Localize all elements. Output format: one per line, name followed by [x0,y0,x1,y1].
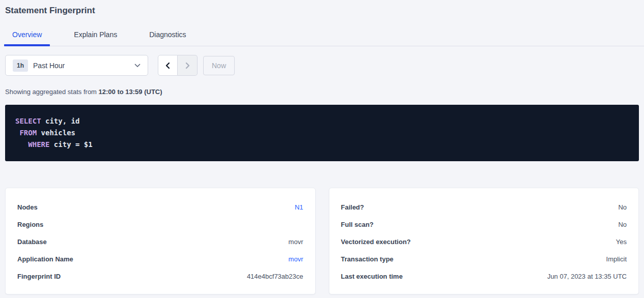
summary-label: Transaction type [341,255,394,263]
statement-fingerprint-page: Statement Fingerprint OverviewExplain Pl… [0,0,644,294]
summary-label: Vectorized execution? [341,238,411,246]
aggregated-stats-caption: Showing aggregated stats from 12:00 to 1… [5,88,639,96]
summary-value: No [618,203,627,211]
summary-label: Last execution time [341,273,403,280]
sql-line: FROM vehicles [15,127,629,139]
sql-statement-box: SELECT city, id FROM vehicles WHERE city… [5,105,639,161]
sql-text: city = $1 [49,140,92,148]
summary-row: Failed?No [341,198,627,216]
summary-value: 414e4bcf73ab23ce [247,273,303,280]
statement-details-card: NodesN1RegionsDatabasemovrApplication Na… [5,188,316,294]
summary-value: Jun 07, 2023 at 13:35 UTC [547,273,627,280]
summary-value-link[interactable]: N1 [295,203,303,211]
summary-label: Application Name [17,255,73,263]
sql-text: vehicles [37,129,75,137]
time-prev-button[interactable] [158,55,178,76]
sql-line: WHERE city = $1 [15,139,629,151]
execution-attributes-card: Failed?NoFull scan?NoVectorized executio… [329,188,639,294]
sql-line: SELECT city, id [15,115,629,127]
summary-row: Databasemovr [17,233,303,250]
sql-keyword: SELECT [15,117,41,125]
time-range-badge: 1h [13,59,28,72]
summary-row: Transaction typeImplicit [341,250,627,267]
summary-row: Last execution timeJun 07, 2023 at 13:35… [341,267,627,285]
page-title: Statement Fingerprint [5,0,639,16]
tab-explain-plans[interactable]: Explain Plans [66,28,125,46]
time-step-button-group [158,55,198,76]
summary-label: Full scan? [341,221,374,228]
summary-value: Implicit [606,255,627,263]
summary-label: Fingerprint ID [17,273,61,280]
summary-label: Database [17,238,47,246]
summary-row: Application Namemovr [17,250,303,267]
caption-prefix: Showing aggregated stats from [5,88,99,96]
tab-bar: OverviewExplain PlansDiagnostics [4,28,644,46]
chevron-right-icon [184,62,191,69]
sql-text: city, id [41,117,80,125]
time-range-label: Past Hour [33,62,65,70]
summary-cards: NodesN1RegionsDatabasemovrApplication Na… [5,188,639,294]
time-next-button[interactable] [178,55,198,76]
summary-row: Vectorized execution?Yes [341,233,627,250]
caption-time-range: 12:00 to 13:59 (UTC) [99,88,162,96]
summary-row: NodesN1 [17,198,303,216]
tab-diagnostics[interactable]: Diagnostics [141,28,194,46]
summary-value: movr [289,238,303,246]
tab-overview[interactable]: Overview [4,28,50,46]
sql-keyword: FROM [15,129,37,137]
summary-row: Fingerprint ID414e4bcf73ab23ce [17,267,303,285]
summary-row: Full scan?No [341,216,627,233]
now-button[interactable]: Now [203,56,235,75]
summary-value: Yes [616,238,627,246]
summary-value-link[interactable]: movr [289,255,303,263]
summary-label: Nodes [17,203,38,211]
summary-label: Failed? [341,203,365,211]
time-range-dropdown[interactable]: 1h Past Hour [5,55,148,76]
summary-value: No [618,221,627,228]
chevron-down-icon [134,64,141,68]
summary-label: Regions [17,221,43,228]
time-toolbar: 1h Past Hour Now [5,55,639,76]
chevron-left-icon [164,62,172,69]
summary-row: Regions [17,216,303,233]
sql-keyword: WHERE [15,140,49,148]
